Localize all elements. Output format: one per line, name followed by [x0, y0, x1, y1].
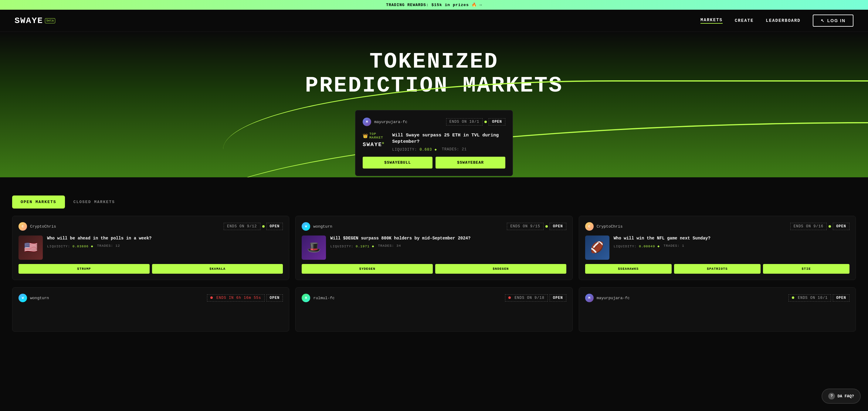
market-2-liq: LIQUIDITY: 0.00049 ◆	[614, 244, 660, 248]
login-button[interactable]: ↖ LOG IN	[813, 14, 854, 27]
bottom-2-status: ENDS ON 10/1 OPEN	[788, 294, 849, 302]
featured-card-buttons: $SWAYEBULL $SWAYEBEAR	[363, 157, 505, 169]
market-2-status: ENDS ON 9/16 OPEN	[790, 223, 849, 230]
market-2-thumb: 🏈	[585, 236, 610, 260]
market-0-avatar: C	[19, 222, 27, 231]
market-1-trades-val: 34	[396, 244, 401, 248]
market-2-thumb-icon: 🏈	[590, 241, 604, 254]
market-card-0: C CryptoChris ENDS ON 9/12 OPEN 🇺🇸 Who w…	[12, 216, 289, 280]
hero-title: TOKENIZED PREDICTION MARKETS	[0, 50, 868, 98]
market-2-body: 🏈 Who will win the NFL game next Sunday?…	[585, 236, 849, 260]
market-2-open: OPEN	[833, 223, 849, 230]
market-2-user: C CryptoChris	[585, 222, 623, 231]
faq-button[interactable]: ? DA FAQ?	[822, 388, 861, 404]
swaye-card-logo: SWAYE⊙	[363, 141, 387, 148]
logo-text: SWAYE	[14, 16, 43, 26]
market-0-open: OPEN	[267, 223, 283, 230]
market-2-btn-1[interactable]: $PATRIOTS	[674, 264, 761, 274]
market-0-liq-val: 0.03886	[72, 245, 89, 248]
market-0-thumb: 🇺🇸	[19, 236, 43, 260]
market-0-btn-1[interactable]: $KAMALA	[152, 264, 283, 274]
swayebear-button[interactable]: $SWAYEBEAR	[436, 157, 505, 169]
market-tabs: OPEN MARKETS CLOSED MARKETS	[0, 196, 868, 209]
featured-card-logo-area: 👑 TOP MARKET SWAYE⊙	[363, 132, 387, 148]
liq-value: 0.603	[420, 148, 432, 152]
market-0-ends: ENDS ON 9/12	[224, 223, 260, 230]
swayebull-button[interactable]: $SWAYEBULL	[363, 157, 432, 169]
featured-ends: ENDS ON 10/1	[446, 118, 483, 126]
nav-create[interactable]: CREATE	[735, 18, 753, 23]
market-1-stats: LIQUIDITY: 0.1971 ◆ TRADES: 34	[330, 244, 470, 248]
nav-markets[interactable]: MARKETS	[701, 18, 723, 24]
bottom-1-user: R rulmul-fc	[302, 294, 335, 302]
market-1-liq-val: 0.1971	[356, 245, 370, 248]
market-0-liq: LIQUIDITY: 0.03886 ◆	[47, 244, 93, 248]
market-0-btn-0[interactable]: $TRUMP	[19, 264, 150, 274]
bottom-card-1-header: R rulmul-fc ENDS ON 9/18 OPEN	[302, 294, 566, 302]
market-2-content: Who will win the NFL game next Sunday? L…	[614, 236, 711, 260]
featured-card-body: 👑 TOP MARKET SWAYE⊙ Will Swaye surpass 2…	[363, 132, 505, 152]
logo: SWAYE beta	[14, 16, 55, 26]
trades-stat: TRADES: 21	[442, 147, 467, 152]
market-0-body: 🇺🇸 Who will be ahead in the polls in a w…	[19, 236, 283, 260]
featured-username: mayurpujara-fc	[374, 120, 407, 124]
bottom-0-avatar: W	[19, 294, 27, 302]
login-label: LOG IN	[827, 18, 845, 23]
market-2-btn-2[interactable]: $TIE	[763, 264, 849, 274]
featured-card-content: Will Swaye surpass 25 ETH in TVL during …	[392, 132, 505, 152]
tab-closed-markets[interactable]: CLOSED MARKETS	[65, 196, 124, 209]
market-1-username: wongturn	[313, 224, 332, 229]
eth-icon: ◆	[435, 148, 437, 152]
nav-links: MARKETS CREATE LEADERBOARD ↖ LOG IN	[701, 14, 854, 27]
markets-grid: C CryptoChris ENDS ON 9/12 OPEN 🇺🇸 Who w…	[0, 209, 868, 287]
featured-stats: LIQUIDITY: 0.603 ◆ TRADES: 21	[392, 147, 505, 152]
market-0-trades-val: 12	[116, 244, 120, 248]
market-2-buttons: $SEAHAWKS $PATRIOTS $TIE	[585, 264, 849, 274]
market-1-ends: ENDS ON 9/15	[507, 223, 543, 230]
market-1-btn-0[interactable]: $YDEGEN	[302, 264, 433, 274]
green-dot-2	[792, 297, 794, 299]
market-0-trades: TRADES: 12	[97, 244, 120, 248]
market-1-btn-1[interactable]: $NDEGEN	[435, 264, 566, 274]
bottom-0-status: ENDS IN 6h 16m 55s OPEN	[207, 294, 283, 302]
top-banner[interactable]: TRADING REWARDS: $15k in prizes 🔥 →	[0, 0, 868, 10]
bottom-card-2: M mayurpujara-fc ENDS ON 10/1 OPEN	[579, 287, 856, 332]
featured-user-avatar: M	[363, 117, 371, 126]
market-1-thumb-icon: 🎩	[307, 241, 321, 254]
bottom-2-open: OPEN	[833, 294, 849, 302]
faq-label: DA FAQ?	[837, 394, 854, 399]
banner-text: TRADING REWARDS: $15k in prizes 🔥 →	[386, 3, 482, 7]
top-market-label: TOP MARKET	[369, 132, 387, 139]
market-0-dot	[262, 225, 265, 228]
bottom-card-0-header: W wongturn ENDS IN 6h 16m 55s OPEN	[19, 294, 283, 302]
red-dot-0	[210, 297, 213, 299]
bottom-1-ends: ENDS ON 9/18	[505, 294, 548, 302]
nav-leaderboard[interactable]: LEADERBOARD	[766, 18, 800, 23]
market-1-content: Will $DEGEN surpass 800K holders by mid-…	[330, 236, 470, 260]
bottom-card-0: W wongturn ENDS IN 6h 16m 55s OPEN	[12, 287, 289, 332]
cursor-icon: ↖	[820, 18, 825, 23]
bottom-card-2-header: M mayurpujara-fc ENDS ON 10/1 OPEN	[585, 294, 849, 302]
bottom-0-ends-text: ENDS IN 6h 16m 55s	[216, 296, 261, 300]
market-1-liq: LIQUIDITY: 0.1971 ◆	[330, 244, 374, 248]
market-1-body: 🎩 Will $DEGEN surpass 800K holders by mi…	[302, 236, 566, 260]
bottom-0-placeholder	[19, 307, 283, 325]
featured-card-status: ENDS ON 10/1 OPEN	[446, 118, 505, 126]
market-card-0-header: C CryptoChris ENDS ON 9/12 OPEN	[19, 222, 283, 231]
featured-question: Will Swaye surpass 25 ETH in TVL during …	[392, 132, 505, 145]
eth-icon-1: ◆	[372, 244, 374, 248]
market-1-buttons: $YDEGEN $NDEGEN	[302, 264, 566, 274]
hero-title-line2: PREDICTION MARKETS	[305, 73, 563, 98]
bottom-0-username: wongturn	[30, 296, 49, 300]
liquidity-value: 0.603 ◆	[420, 148, 437, 152]
market-1-avatar: W	[302, 222, 310, 231]
eth-icon-0: ◆	[91, 244, 93, 248]
market-2-btn-0[interactable]: $SEAHAWKS	[585, 264, 672, 274]
market-0-stats: LIQUIDITY: 0.03886 ◆ TRADES: 12	[47, 244, 151, 248]
bottom-1-username: rulmul-fc	[313, 296, 335, 300]
tab-open-markets[interactable]: OPEN MARKETS	[12, 196, 65, 209]
bottom-1-avatar: R	[302, 294, 310, 302]
hero-title-line1: TOKENIZED	[370, 49, 499, 74]
status-dot	[485, 121, 487, 123]
market-2-avatar: C	[585, 222, 594, 231]
